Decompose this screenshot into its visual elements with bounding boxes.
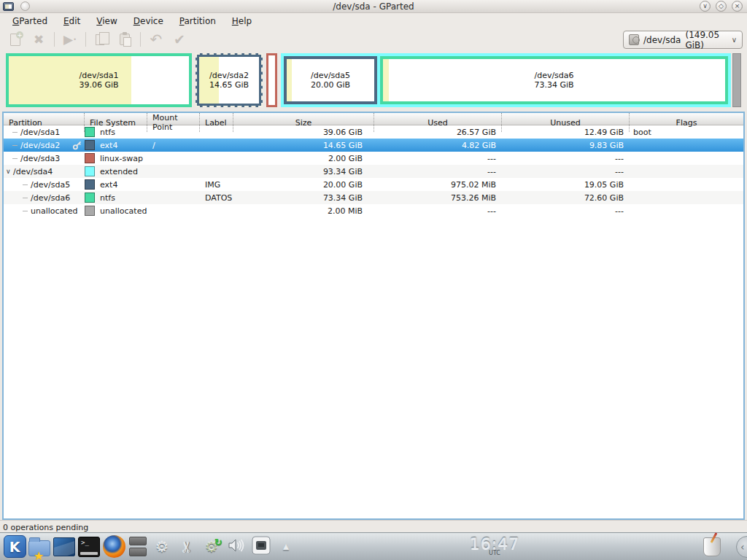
desktop-icon xyxy=(53,537,75,556)
tree-expander-icon[interactable]: ∨ xyxy=(6,168,13,175)
diskbar-segment-sda2-selected[interactable]: /dev/sda2 14.65 GiB xyxy=(196,53,263,107)
taskbar: K ★ >_ ⚙ ✂ ⚙ ↻ ▲ 16:47 UTC ‹ xyxy=(0,532,747,560)
table-row-sda5[interactable]: /dev/sda5 ext4 IMG 20.00 GiB 975.02 MiB … xyxy=(4,178,743,191)
size: 20.00 GiB xyxy=(233,180,374,190)
fs-color-swatch xyxy=(85,166,95,176)
taskbar-clock[interactable]: 16:47 UTC xyxy=(461,534,528,556)
diskbar-segment-sda4-extended[interactable]: /dev/sda5 20.00 GiB /dev/sda6 73.34 GiB xyxy=(281,53,731,107)
menu-view[interactable]: View xyxy=(88,15,125,28)
key-icon xyxy=(72,140,82,152)
tray-expander-icon: ▲ xyxy=(283,542,289,551)
header-label[interactable]: Label xyxy=(200,113,233,132)
partition-name: /dev/sda5 xyxy=(31,180,70,190)
label: IMG xyxy=(200,180,233,190)
diskbar-segment-sda6[interactable]: /dev/sda6 73.34 GiB xyxy=(380,56,728,104)
menu-help[interactable]: Help xyxy=(224,15,260,28)
table-row-sda2-selected[interactable]: /dev/sda2 ext4 / 14.65 GiB 4.82 GiB 9.83… xyxy=(4,139,743,152)
kde-launcher-button[interactable]: K xyxy=(3,535,26,559)
segment-size: 20.00 GiB xyxy=(311,80,350,90)
used: 975.02 MiB xyxy=(374,180,502,190)
used: --- xyxy=(374,154,502,163)
show-desktop-button[interactable] xyxy=(53,535,76,559)
pencil-icon xyxy=(711,532,718,543)
partition-name: /dev/sda4 xyxy=(13,167,53,176)
delete-partition-button[interactable]: ✖ xyxy=(29,31,48,48)
tray-expander-button[interactable]: ▲ xyxy=(274,535,298,559)
table-row-sda4[interactable]: ∨/dev/sda4 extended 93.34 GiB --- --- xyxy=(4,165,743,178)
diskbar-segment-sda3[interactable] xyxy=(266,53,277,107)
menu-gparted[interactable]: GParted xyxy=(4,15,55,28)
size: 73.34 GiB xyxy=(233,193,374,203)
toolbar-separator xyxy=(85,32,86,47)
menubar: GParted Edit View Device Partition Help xyxy=(0,13,747,28)
new-partition-button[interactable]: + xyxy=(6,31,25,48)
refresh-arrow-icon: ↻ xyxy=(214,537,222,548)
volume-tray-button[interactable] xyxy=(225,535,248,559)
titlebar: /dev/sda - GParted ∨ ◇ × xyxy=(0,0,747,13)
menu-partition[interactable]: Partition xyxy=(171,15,224,28)
menu-device[interactable]: Device xyxy=(125,15,171,28)
menu-edit[interactable]: Edit xyxy=(55,15,88,28)
segment-name: /dev/sda1 xyxy=(79,71,118,80)
maximize-icon[interactable]: ◇ xyxy=(716,1,727,12)
partition-table: Partition File System Mount Point Label … xyxy=(2,112,745,520)
diskbar-segment-unallocated[interactable] xyxy=(732,53,741,107)
segment-name: /dev/sda6 xyxy=(534,71,573,80)
desktop-2-cell[interactable] xyxy=(129,548,147,556)
diskbar-segment-sda1[interactable]: /dev/sda1 39.06 GiB xyxy=(6,53,192,107)
partition-name: /dev/sda3 xyxy=(20,154,60,163)
fs-color-swatch xyxy=(85,153,95,163)
size: 39.06 GiB xyxy=(233,128,374,137)
unused: --- xyxy=(502,167,630,176)
delete-icon: ✖ xyxy=(34,32,44,47)
apply-icon: ✔ xyxy=(174,31,185,47)
table-row-unallocated[interactable]: unallocated unallocated 2.00 MiB --- --- xyxy=(4,204,743,217)
device-actions-tray-button[interactable]: ⚙ xyxy=(150,535,174,559)
mount-point: / xyxy=(147,141,200,150)
diskbar-segment-sda5[interactable]: /dev/sda5 20.00 GiB xyxy=(284,56,377,104)
size: 93.34 GiB xyxy=(233,167,374,176)
fs-name: ntfs xyxy=(100,193,115,203)
table-row-sda6[interactable]: /dev/sda6 ntfs DATOS 73.34 GiB 753.26 Mi… xyxy=(4,191,743,204)
segment-size: 73.34 GiB xyxy=(534,80,573,90)
desktop-1-cell[interactable] xyxy=(129,537,147,545)
undo-button[interactable]: ↶ xyxy=(147,31,166,48)
firefox-icon xyxy=(103,535,125,558)
firefox-button[interactable] xyxy=(102,535,125,559)
klipper-tray-button[interactable]: ✂ xyxy=(175,535,198,559)
resize-move-button[interactable]: ▶• xyxy=(61,31,80,48)
updates-tray-button[interactable]: ⚙ ↻ xyxy=(200,535,223,559)
kde-logo-icon: K xyxy=(4,535,26,558)
apply-button[interactable]: ✔ xyxy=(170,31,189,48)
fs-name: ext4 xyxy=(100,141,117,150)
minimize-icon[interactable]: ∨ xyxy=(700,1,711,12)
table-header: Partition File System Mount Point Label … xyxy=(4,113,743,125)
panel-hide-button[interactable]: ‹ xyxy=(736,536,747,558)
segment-name: /dev/sda2 xyxy=(209,71,249,80)
segment-size: 39.06 GiB xyxy=(79,80,118,90)
table-row-sda3[interactable]: /dev/sda3 linux-swap 2.00 GiB --- --- xyxy=(4,152,743,165)
fs-name: extended xyxy=(100,167,138,176)
fs-color-swatch xyxy=(85,179,95,190)
device-notifier-tray-button[interactable] xyxy=(249,535,273,559)
device-selector[interactable]: /dev/sda (149.05 GiB) ∨ xyxy=(623,31,743,49)
close-icon[interactable]: × xyxy=(732,1,743,12)
header-mount-point[interactable]: Mount Point xyxy=(147,113,200,132)
used: --- xyxy=(374,167,502,176)
used: 26.57 GiB xyxy=(374,128,502,137)
notes-widget-icon[interactable] xyxy=(703,537,721,556)
device-notifier-icon xyxy=(252,536,271,558)
toolbar-separator xyxy=(140,32,141,47)
favorites-folder-button[interactable]: ★ xyxy=(28,535,51,559)
virtual-desktop-pager[interactable] xyxy=(129,537,147,556)
table-row-sda1[interactable]: /dev/sda1 ntfs 39.06 GiB 26.57 GiB 12.49… xyxy=(4,125,743,139)
paste-button[interactable] xyxy=(115,31,134,48)
unused: 72.60 GiB xyxy=(502,193,630,203)
copy-button[interactable] xyxy=(92,31,111,48)
scissors-icon: ✂ xyxy=(178,540,196,553)
operations-pending-text: 0 operations pending xyxy=(3,523,88,532)
terminal-button[interactable]: >_ xyxy=(77,535,101,559)
unused: 12.49 GiB xyxy=(502,128,630,137)
window-title: /dev/sda - GParted xyxy=(0,1,747,12)
paste-icon xyxy=(120,34,130,45)
